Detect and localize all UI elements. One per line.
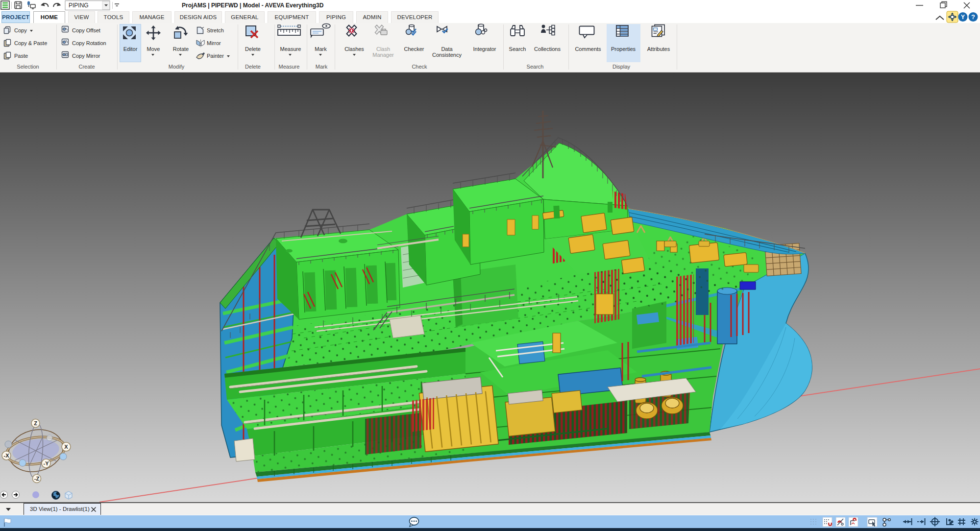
svg-text:-Y: -Y [44, 460, 49, 466]
svg-text:?: ? [971, 13, 975, 21]
svg-text:PIPING: PIPING [69, 2, 89, 9]
svg-text:X: X [64, 444, 68, 450]
svg-text:-Z: -Z [34, 476, 40, 482]
svg-text:-X: -X [4, 453, 10, 459]
svg-text:Y: Y [961, 14, 965, 21]
svg-text:Z: Z [34, 420, 37, 426]
